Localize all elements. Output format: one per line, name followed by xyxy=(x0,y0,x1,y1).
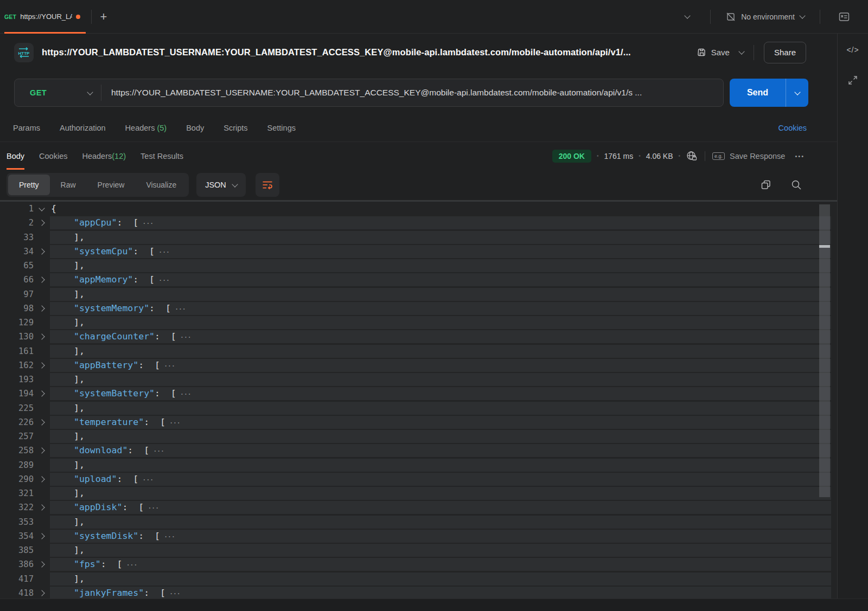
tab-list-chevron-down-icon[interactable] xyxy=(685,12,691,18)
method-selector[interactable]: GET xyxy=(15,79,101,106)
response-tab-body[interactable]: Body xyxy=(7,142,24,170)
json-key: "systemCpu" xyxy=(74,246,133,256)
collapsed-ellipsis: ··· xyxy=(160,532,175,541)
request-tab-headers[interactable]: Headers (5) xyxy=(125,124,167,132)
json-punctuation: : [ xyxy=(133,246,155,256)
new-tab-button[interactable]: + xyxy=(92,10,116,24)
json-close-bracket: ], xyxy=(74,431,85,441)
send-options-chevron-down-icon[interactable] xyxy=(786,92,808,94)
code-content: ], xyxy=(50,316,831,329)
line-number: 97 xyxy=(0,290,34,299)
response-tab-headers[interactable]: Headers (12) xyxy=(82,142,126,170)
fold-toggle[interactable] xyxy=(34,505,50,510)
code-content: "download": [ ··· xyxy=(50,444,831,457)
line-number: 194 xyxy=(0,389,34,398)
fold-toggle[interactable] xyxy=(34,221,50,225)
more-actions-icon[interactable]: ••• xyxy=(795,153,805,159)
view-mode-preview[interactable]: Preview xyxy=(87,175,136,195)
fold-toggle[interactable] xyxy=(34,391,50,396)
json-key: "upload" xyxy=(74,474,117,484)
wrap-lines-button[interactable] xyxy=(256,173,279,197)
method-url-divider xyxy=(101,85,101,101)
request-tab-body[interactable]: Body xyxy=(186,124,204,132)
search-response-icon[interactable] xyxy=(791,179,802,190)
line-number: 417 xyxy=(0,574,34,584)
request-tab-params[interactable]: Params xyxy=(13,124,40,132)
chevron-right-icon xyxy=(39,220,44,226)
environment-quick-look-button[interactable] xyxy=(820,11,868,22)
fold-toggle[interactable] xyxy=(34,208,50,210)
line-number: 129 xyxy=(0,318,34,327)
fold-toggle[interactable] xyxy=(34,420,50,425)
json-key: "temperature" xyxy=(74,417,144,427)
fold-toggle[interactable] xyxy=(34,306,50,311)
code-line-226: 226"temperature": [ ··· xyxy=(0,415,837,429)
open-request-tab[interactable]: GET https://YOUR_LAMBDAT xyxy=(4,0,86,33)
save-response-button[interactable]: Save Response xyxy=(730,152,785,160)
status-badge[interactable]: 200 OK xyxy=(552,150,591,163)
code-line-193: 193], xyxy=(0,372,837,387)
code-line-33: 33], xyxy=(0,230,837,245)
http-request-icon: HTTP xyxy=(14,43,34,62)
send-button[interactable]: Send xyxy=(730,79,808,107)
chevron-right-icon xyxy=(39,248,44,254)
request-tab-scripts[interactable]: Scripts xyxy=(224,124,247,132)
request-config-tabs: ParamsAuthorizationHeaders (5)BodyScript… xyxy=(0,114,837,142)
fold-toggle[interactable] xyxy=(34,335,50,339)
code-line-1: 1{ xyxy=(0,202,837,216)
line-number: 322 xyxy=(0,503,34,512)
save-options-chevron-down-icon[interactable] xyxy=(738,48,744,54)
code-content: "jankyFrames": [ ··· xyxy=(50,587,831,600)
environment-selector[interactable]: No environment xyxy=(711,0,820,33)
response-tab-test-results[interactable]: Test Results xyxy=(141,142,183,170)
json-key: "jankyFrames" xyxy=(74,588,144,598)
tab-count: (5) xyxy=(155,124,167,132)
code-content: ], xyxy=(50,402,831,415)
code-content: "systemMemory": [ ··· xyxy=(50,302,831,315)
tab-label: Headers xyxy=(82,152,112,160)
format-dropdown-label: JSON xyxy=(205,181,226,189)
chevron-right-icon xyxy=(39,277,44,283)
fold-toggle[interactable] xyxy=(34,477,50,481)
tab-label: Body xyxy=(186,124,204,132)
code-content: "appMemory": [ ··· xyxy=(50,273,831,286)
response-time: 1761 ms xyxy=(604,152,633,160)
fold-toggle[interactable] xyxy=(34,448,50,453)
fold-toggle[interactable] xyxy=(34,591,50,595)
chevron-right-icon xyxy=(39,334,44,340)
line-number: 385 xyxy=(0,545,34,555)
view-mode-raw[interactable]: Raw xyxy=(50,175,87,195)
code-content: "chargeCounter": [ ··· xyxy=(50,330,831,343)
share-button[interactable]: Share xyxy=(764,42,806,63)
collapsed-ellipsis: ··· xyxy=(165,419,180,427)
format-dropdown[interactable]: JSON xyxy=(196,173,246,197)
response-tab-cookies[interactable]: Cookies xyxy=(39,142,67,170)
expand-panel-icon[interactable] xyxy=(847,75,858,86)
fold-toggle[interactable] xyxy=(34,363,50,368)
line-number: 386 xyxy=(0,559,34,569)
request-url-input[interactable]: https://YOUR_LAMBDATEST_USERNAME:YOUR_LA… xyxy=(111,88,723,98)
chevron-right-icon xyxy=(39,590,44,596)
meta-separator-dot: • xyxy=(597,153,599,159)
code-line-162: 162"appBattery": [ ··· xyxy=(0,358,837,372)
save-button[interactable]: Save xyxy=(697,48,730,57)
fold-toggle[interactable] xyxy=(34,534,50,538)
request-tab-authorization[interactable]: Authorization xyxy=(60,124,106,132)
request-tab-bar: GET https://YOUR_LAMBDAT + No environmen… xyxy=(0,0,868,34)
vertical-scrollbar-thumb[interactable] xyxy=(819,204,830,497)
cookies-link[interactable]: Cookies xyxy=(778,124,807,132)
view-mode-pretty[interactable]: Pretty xyxy=(8,175,50,195)
code-snippet-icon[interactable]: </> xyxy=(846,46,859,54)
fold-toggle[interactable] xyxy=(34,249,50,254)
code-line-290: 290"upload": [ ··· xyxy=(0,472,837,486)
chevron-right-icon xyxy=(39,505,44,511)
fold-toggle[interactable] xyxy=(34,278,50,282)
network-info-globe-lock-icon[interactable] xyxy=(686,150,698,162)
request-tab-settings[interactable]: Settings xyxy=(267,124,296,132)
fold-toggle[interactable] xyxy=(34,562,50,567)
copy-response-icon[interactable] xyxy=(761,179,771,190)
chevron-right-icon xyxy=(39,562,44,568)
unsaved-changes-dot-icon xyxy=(76,15,80,19)
view-mode-visualize[interactable]: Visualize xyxy=(135,175,187,195)
json-key: "systemMemory" xyxy=(74,303,149,313)
